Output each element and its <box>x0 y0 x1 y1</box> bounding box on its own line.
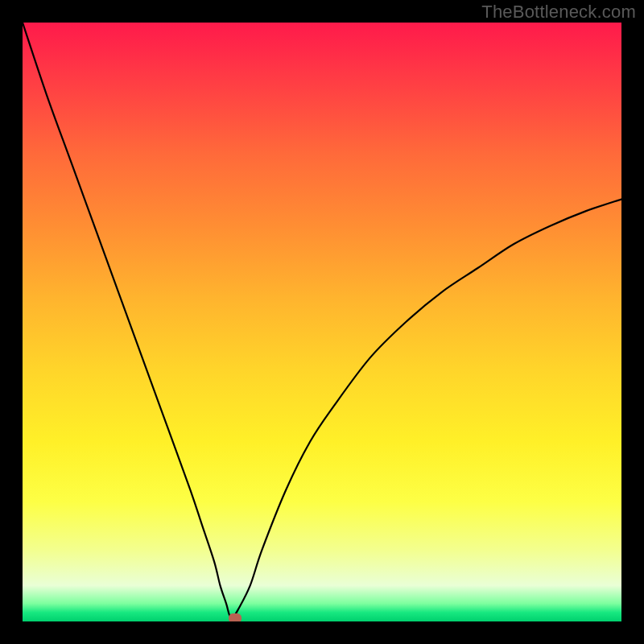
watermark-text: TheBottleneck.com <box>481 2 636 23</box>
plot-area <box>23 23 621 621</box>
chart-frame: TheBottleneck.com <box>0 0 644 644</box>
curve-path <box>23 23 621 620</box>
curve-layer <box>23 23 621 621</box>
optimum-marker <box>229 613 242 621</box>
